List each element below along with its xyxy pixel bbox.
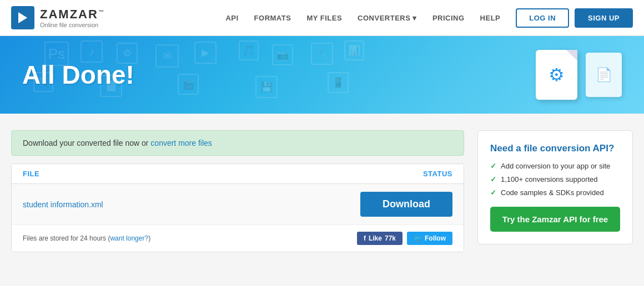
hero-banner: Ps ♪ ⚙ ✉ ▶ 🎵 📷 🔧 📊 🔍 📄 🎬 💾 📱 All Done! ⚙…	[0, 36, 644, 114]
main-content: Download your converted file now or conv…	[0, 114, 644, 269]
hero-title: All Done!	[22, 60, 134, 90]
social-buttons: f Like 77k 🐦 Follow	[357, 232, 452, 245]
logo-tm: ™	[98, 9, 105, 15]
check-icon-3: ✓	[490, 188, 496, 197]
svg-marker-0	[18, 12, 27, 23]
download-button[interactable]: Download	[360, 192, 452, 217]
column-status: STATUS	[423, 170, 452, 178]
nav-formats[interactable]: FORMATS	[254, 14, 291, 22]
success-text: Download your converted file now or	[23, 139, 150, 147]
right-panel: Need a file conversion API? ✓ Add conver…	[477, 130, 633, 252]
column-file: FILE	[23, 170, 39, 178]
nav-api[interactable]: API	[225, 14, 238, 22]
navbar: ZAMZAR™ Online file conversion API FORMA…	[0, 0, 644, 36]
want-longer-link[interactable]: want longer?	[110, 234, 148, 242]
hero-files: ⚙ 📄	[536, 36, 622, 114]
success-banner: Download your converted file now or conv…	[11, 130, 464, 156]
storage-notice: Files are stored for 24 hours (want long…	[23, 234, 150, 242]
nav-buttons: LOG IN SIGN UP	[516, 8, 633, 28]
api-feature-2: ✓ 1,100+ conversions supported	[490, 175, 620, 183]
file-icon-primary: ⚙	[536, 50, 577, 100]
api-feature-3: ✓ Code samples & SDKs provided	[490, 188, 620, 197]
file-icon-secondary: 📄	[586, 53, 622, 97]
table-header: FILE STATUS	[12, 164, 464, 184]
api-feature-1: ✓ Add conversion to your app or site	[490, 162, 620, 170]
chevron-down-icon: ▾	[412, 14, 417, 22]
check-icon-1: ✓	[490, 162, 496, 170]
signup-button[interactable]: SIGN UP	[575, 8, 633, 28]
twitter-icon: 🐦	[414, 234, 422, 242]
check-icon-2: ✓	[490, 175, 496, 183]
nav-help[interactable]: HELP	[480, 14, 501, 22]
nav-converters[interactable]: CONVERTERS ▾	[358, 14, 417, 22]
twitter-follow-button[interactable]: 🐦 Follow	[407, 232, 452, 245]
table-footer: Files are stored for 24 hours (want long…	[12, 224, 464, 252]
api-card: Need a file conversion API? ✓ Add conver…	[477, 130, 633, 244]
logo[interactable]: ZAMZAR™ Online file conversion	[11, 6, 105, 29]
logo-name: ZAMZAR™	[40, 7, 105, 22]
facebook-icon: f	[364, 234, 366, 242]
login-button[interactable]: LOG IN	[516, 8, 569, 28]
nav-myfiles[interactable]: MY FILES	[306, 14, 342, 22]
file-name-link[interactable]: student information.xml	[23, 200, 103, 209]
convert-more-link[interactable]: convert more files	[150, 139, 212, 147]
nav-links: API FORMATS MY FILES CONVERTERS ▾ PRICIN…	[225, 14, 500, 22]
file-table: FILE STATUS student information.xml Down…	[11, 164, 464, 252]
facebook-like-button[interactable]: f Like 77k	[357, 232, 402, 245]
api-cta-button[interactable]: Try the Zamzar API for free	[490, 207, 620, 232]
left-panel: Download your converted file now or conv…	[11, 130, 464, 252]
document-icon: 📄	[596, 67, 612, 83]
nav-pricing[interactable]: PRICING	[432, 14, 465, 22]
logo-subtitle: Online file conversion	[40, 22, 105, 28]
logo-icon	[11, 6, 34, 29]
api-card-title: Need a file conversion API?	[490, 143, 620, 154]
gear-icon: ⚙	[549, 64, 565, 85]
logo-name-text: ZAMZAR	[40, 7, 98, 21]
table-row: student information.xml Download	[12, 184, 464, 224]
